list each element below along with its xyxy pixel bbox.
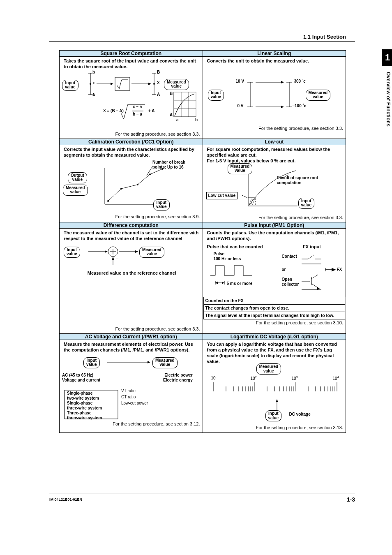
cell-calib: Corrects the input value with the charac… <box>60 145 203 222</box>
cell-linear: Converts the unit to obtain the measured… <box>203 57 346 139</box>
svg-rect-5 <box>115 77 130 90</box>
ax-B: B <box>170 91 173 97</box>
svg-line-63 <box>311 284 318 288</box>
rule-bottom <box>49 493 355 493</box>
formula-num: x – a <box>133 104 142 110</box>
foot-sqrt: For the setting procedure, see section 3… <box>60 132 203 139</box>
svg-point-3 <box>90 83 91 85</box>
svg-marker-55 <box>222 282 224 284</box>
svg-marker-64 <box>317 287 320 290</box>
cell-pulse: Counts the pulses. Use the computation c… <box>203 229 346 334</box>
lowcut-desc1: For square root computation, measured va… <box>207 147 330 157</box>
diff-caption: Measured value on the reference channel <box>60 269 203 277</box>
cell-sqrt: Takes the square root of the input value… <box>60 57 203 139</box>
svg-point-32 <box>137 184 138 185</box>
svg-point-31 <box>120 188 122 190</box>
bubble-measured: Measuredvalue <box>256 363 281 375</box>
bubble-measured: Measuredvalue <box>228 163 253 174</box>
pulse-desc: Counts the pulses. Use the computation c… <box>207 230 339 241</box>
svg-line-57 <box>308 255 314 259</box>
lbl-neg100c: –100 ˚c <box>293 104 307 109</box>
bubble-input: Inputvalue <box>62 80 78 91</box>
bubble-input: Inputvalue <box>64 247 80 258</box>
svg-point-30 <box>107 200 109 202</box>
lbl-minus: – <box>116 256 119 261</box>
lbl-10v: 10 V <box>236 79 244 84</box>
pulse-subhead: Counted on the FX <box>203 297 345 304</box>
hd-pulse: Pulse Input (/PM1 Option) <box>203 222 346 229</box>
bubble-measured: Measuredvalue <box>139 247 164 258</box>
foot-lowcut: For the setting procedure, see section 3… <box>203 215 346 222</box>
lbl-300c: 300 ˚c <box>294 79 306 84</box>
cell-lowcut: For square root computation, measured va… <box>203 145 346 222</box>
cell-logdc: You can apply a logarithmic voltage that… <box>203 340 346 433</box>
svg-point-10 <box>153 83 155 85</box>
box-lowcut: Low-cut value <box>206 192 238 200</box>
hd-lowcut: Low-cut <box>203 139 346 145</box>
lbl-x-low: x <box>92 81 95 86</box>
lbl-FX: FX <box>337 267 342 273</box>
lbl-or: or <box>282 267 286 273</box>
hd-acv: AC Voltage and Current (/PWR1 option) <box>60 334 203 340</box>
lbl-ratios: VT ratioCT ratioLow-cut power <box>121 388 148 406</box>
foot-diff: For the setting procedure, see section 3… <box>60 326 203 334</box>
ax-a: a <box>176 118 179 123</box>
hd-calib: Calibration Correction (/CC1 Option) <box>60 139 203 145</box>
bubble-input: Inputvalue <box>265 410 282 421</box>
pulse-heading: Pulse that can be counted <box>207 244 263 250</box>
lbl-0v: 0 V <box>238 104 244 109</box>
hd-diff: Difference computation <box>60 222 203 229</box>
lbl-pulse: Pulse100 Hz or less <box>214 252 241 262</box>
lbl-break: Number of break points: Up to 16 <box>152 160 198 170</box>
lbl-ac45: AC (45 to 65 Hz)Voltage and current <box>62 373 100 383</box>
ax-A: A <box>170 113 173 118</box>
formula-rhs: + A <box>148 109 154 114</box>
svg-point-33 <box>149 173 151 175</box>
cell-acv: Measure the measurement elements of elec… <box>60 340 203 433</box>
svg-line-43 <box>242 195 247 198</box>
foot-logdc: For the setting procedure, see section 3… <box>203 425 346 432</box>
lbl-5ms: 5 ms or more <box>227 281 253 287</box>
lbl-a-low: a <box>92 92 95 97</box>
lbl-systems: Single-phasetwo-wire systemSingle-phaset… <box>67 391 102 421</box>
bubble-measured: Measuredvalue <box>152 357 178 368</box>
hd-sqrt: Square Root Computation <box>60 51 203 57</box>
lowcut-desc2: For 1-5 V input, values below 0 % are cu… <box>207 158 296 163</box>
ax-b: b <box>195 118 198 123</box>
lbl-contact: Contact <box>282 254 297 259</box>
doc-id: IM 04L21B01-01EN <box>49 497 82 502</box>
breadcrumb: 1.1 Input Section <box>303 34 346 40</box>
lbl-electric: Electric powerElectric energy <box>163 373 193 383</box>
bubble-measured: Measuredvalue <box>164 79 189 90</box>
lbl-A-up: A <box>157 92 160 97</box>
formula-den: b – a <box>133 112 142 117</box>
hd-logdc: Logarithmic DC Voltage (/LG1 option) <box>203 334 346 340</box>
svg-marker-54 <box>215 282 218 284</box>
bubble-input: Inputvalue <box>208 90 224 101</box>
bubble-measured: Measuredvalue <box>306 90 331 101</box>
chapter-tab: 1 <box>382 49 392 66</box>
lbl-b-low: b <box>92 70 95 75</box>
svg-line-62 <box>311 275 318 279</box>
bubble-measured: Measuredvalue <box>63 185 88 196</box>
foot-pulse: For the setting procedure, see section 3… <box>203 320 346 328</box>
pulse-row2: The signal level at the input terminal c… <box>203 312 345 319</box>
bubble-input: Inputvalue <box>298 198 315 209</box>
rule-top <box>49 41 355 42</box>
chapter-label: Overview of Functions <box>385 72 391 127</box>
foot-acv: For the setting procedure, see section 3… <box>60 421 203 429</box>
function-table: Square Root Computation Linear Scaling T… <box>59 50 346 433</box>
bubble-input: Inputvalue <box>153 199 170 210</box>
lbl-B-up: B <box>157 70 160 75</box>
formula-lhs: X = (B – A) <box>103 109 124 114</box>
pulse-fxinput: FX input <box>303 244 321 250</box>
lbl-dc: DC voltage <box>289 412 311 417</box>
page-number: 1-3 <box>347 496 355 503</box>
cell-diff: The measured value of the channel is set… <box>60 229 203 334</box>
bubble-input: Inputvalue <box>83 357 100 368</box>
lbl-X-up: X <box>157 81 160 86</box>
foot-calib: For the setting procedure, see section 3… <box>60 214 203 222</box>
lbl-result: Result of square root computation <box>277 176 334 186</box>
bubble-output: Outputvalue <box>68 172 87 183</box>
hd-linear: Linear Scaling <box>203 51 346 57</box>
